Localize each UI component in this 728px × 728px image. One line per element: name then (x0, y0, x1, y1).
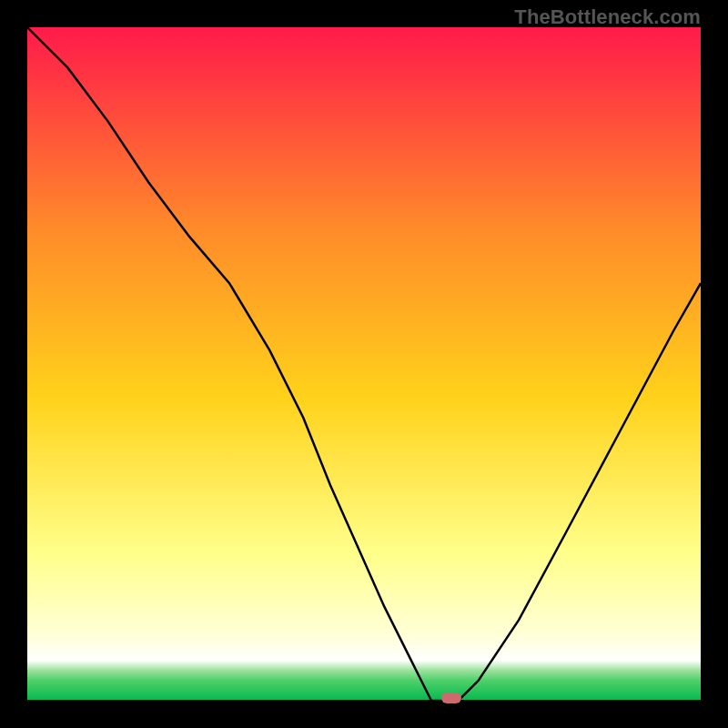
optimum-marker (441, 693, 461, 703)
plot-area (27, 27, 701, 701)
chart-svg (27, 27, 701, 701)
gradient-bg (27, 27, 701, 701)
credit-text: TheBottleneck.com (514, 5, 701, 29)
chart-frame: TheBottleneck.com (0, 0, 728, 728)
